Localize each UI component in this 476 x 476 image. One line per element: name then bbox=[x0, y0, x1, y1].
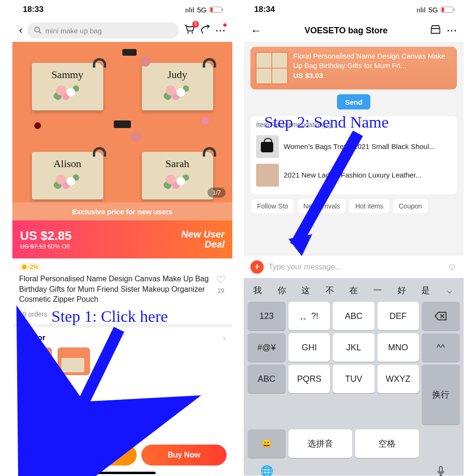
chat-button[interactable]: Chat bbox=[35, 446, 46, 465]
attach-button[interactable]: + bbox=[250, 260, 264, 274]
back-icon[interactable]: ‹ bbox=[19, 24, 22, 37]
svg-marker-14 bbox=[288, 234, 312, 256]
key-jkl[interactable]: JKL bbox=[333, 333, 374, 362]
svg-point-5 bbox=[39, 450, 40, 451]
key-ghi[interactable]: GHI bbox=[288, 333, 330, 362]
mic-key[interactable] bbox=[422, 461, 460, 476]
signal-icon: ıılıl bbox=[416, 6, 426, 14]
space-key[interactable]: 空格 bbox=[355, 429, 419, 458]
battery-icon bbox=[209, 7, 222, 13]
cart-icon[interactable]: 6 bbox=[184, 24, 195, 37]
color-swatch-1[interactable] bbox=[19, 347, 52, 376]
chip-coupon[interactable]: Coupon bbox=[393, 199, 428, 213]
message-input[interactable]: Type your message... bbox=[268, 263, 443, 271]
svg-point-3 bbox=[191, 32, 193, 33]
emoji-keyboard-key[interactable]: 😀 bbox=[248, 429, 286, 458]
key-abc[interactable]: ABC bbox=[333, 302, 374, 330]
color-label: 2 Color bbox=[19, 334, 45, 342]
status-time: 18:33 bbox=[23, 5, 43, 14]
chevron-down-icon[interactable]: ⌵ bbox=[438, 285, 462, 296]
battery-icon bbox=[441, 7, 453, 13]
key-punct[interactable]: ,。?! bbox=[288, 302, 330, 330]
product-gallery[interactable]: Sammy Judy Alison Sarah 1/7 Exclusive pr… bbox=[12, 42, 232, 220]
delete-key[interactable] bbox=[422, 302, 460, 330]
bag-name-4: Sarah bbox=[165, 158, 189, 170]
gallery-page-counter: 1/7 bbox=[208, 188, 226, 198]
store-button[interactable]: Store bbox=[18, 446, 30, 465]
search-input[interactable]: mini make up bag bbox=[27, 22, 179, 39]
cart-badge: 6 bbox=[192, 21, 199, 28]
wishlist-button[interactable]: ♡ 19 bbox=[216, 274, 226, 305]
bag-name-1: Sammy bbox=[51, 69, 83, 81]
pred-key[interactable]: 好 bbox=[390, 285, 414, 296]
emoji-icon[interactable]: ☺ bbox=[447, 261, 457, 272]
more-menu-icon[interactable]: ⋯ bbox=[215, 24, 226, 37]
share-icon[interactable] bbox=[200, 25, 210, 37]
status-bar: 18:33 ıılıl 5G bbox=[12, 0, 232, 19]
new-user-deal-badge: New User Deal bbox=[181, 229, 225, 249]
search-icon bbox=[34, 26, 41, 35]
svg-point-6 bbox=[40, 450, 41, 451]
keyboard: 我 你 这 不 在 一 好 是 ⌵ 123 ,。?! ABC DEF #@¥ G… bbox=[244, 278, 464, 476]
store-icon bbox=[19, 446, 30, 458]
coin-discount-row[interactable]: -2% bbox=[12, 258, 232, 272]
prediction-bar: 我 你 这 不 在 一 好 是 ⌵ bbox=[246, 281, 462, 300]
key-def[interactable]: DEF bbox=[377, 302, 419, 330]
enter-key[interactable]: 换行 bbox=[422, 365, 460, 425]
heart-icon: ♡ bbox=[216, 274, 226, 286]
step1-label: Step 1: Click here bbox=[51, 307, 168, 326]
send-button[interactable]: Send bbox=[337, 94, 370, 109]
pred-key[interactable]: 我 bbox=[246, 285, 269, 296]
step1-arrow bbox=[52, 325, 133, 453]
like-count: 19 bbox=[218, 287, 224, 294]
step2-arrow bbox=[272, 129, 367, 263]
svg-point-0 bbox=[35, 27, 40, 32]
chevron-right-icon: › bbox=[223, 333, 226, 343]
svg-rect-8 bbox=[439, 466, 442, 472]
more-menu-icon[interactable]: ⋯ bbox=[446, 24, 457, 37]
shared-product-card[interactable]: Floral Personalised Name Design Canvas M… bbox=[250, 47, 457, 89]
storefront-icon[interactable] bbox=[430, 25, 441, 37]
pred-key[interactable]: 是 bbox=[414, 285, 437, 296]
key-tuv[interactable]: TUV bbox=[333, 365, 374, 393]
coin-badge: -2% bbox=[19, 263, 41, 271]
price-banner: US $2.85 US $7.13 60% Off New User Deal bbox=[12, 220, 232, 258]
key-123[interactable]: 123 bbox=[248, 302, 286, 330]
key-shift[interactable]: ABC bbox=[248, 365, 286, 393]
svg-line-11 bbox=[64, 329, 119, 443]
pred-key[interactable]: 这 bbox=[294, 285, 317, 296]
bag-name-2: Judy bbox=[168, 69, 188, 81]
exclusive-price-banner: Exclusive price for new users bbox=[12, 202, 232, 220]
network-label: 5G bbox=[197, 6, 207, 14]
pred-key[interactable]: 不 bbox=[317, 285, 341, 296]
key-sym[interactable]: #@¥ bbox=[248, 333, 286, 362]
key-pinyin[interactable]: 选拼音 bbox=[288, 429, 352, 458]
product-thumb bbox=[255, 51, 288, 85]
current-price: US $2.85 bbox=[20, 229, 71, 243]
store-name: VOESETO bag Store bbox=[268, 26, 425, 36]
original-price: US $7.13 bbox=[20, 243, 46, 250]
chat-icon bbox=[36, 446, 46, 458]
globe-key[interactable]: 🌐 bbox=[248, 461, 286, 476]
status-time: 18:34 bbox=[254, 5, 275, 14]
buy-now-button[interactable]: Buy Now bbox=[141, 445, 227, 466]
key-wxyz[interactable]: WXYZ bbox=[377, 365, 419, 393]
chat-header: ← VOESETO bag Store ⋯ bbox=[244, 19, 464, 42]
network-label: 5G bbox=[428, 6, 438, 14]
status-bar: 18:34 ıılıl 5G bbox=[244, 0, 464, 19]
svg-line-1 bbox=[39, 31, 41, 33]
pred-key[interactable]: 你 bbox=[269, 285, 293, 296]
product-card-title: Floral Personalised Name Design Canvas M… bbox=[293, 51, 452, 70]
svg-point-7 bbox=[42, 450, 43, 451]
discount-pct: 60% Off bbox=[48, 243, 70, 250]
product-card-price: US $3.03 bbox=[293, 71, 452, 80]
product-title: Floral Personalised Name Design Canvas M… bbox=[19, 274, 211, 305]
pred-key[interactable]: 在 bbox=[342, 285, 366, 296]
back-icon[interactable]: ← bbox=[250, 24, 262, 37]
key-mno[interactable]: MNO bbox=[377, 333, 419, 362]
key-pqrs[interactable]: PQRS bbox=[288, 365, 330, 393]
key-smile[interactable]: ^^ bbox=[422, 333, 460, 362]
bag-name-3: Alison bbox=[53, 158, 81, 170]
pred-key[interactable]: 一 bbox=[366, 285, 389, 296]
svg-line-13 bbox=[295, 133, 358, 246]
